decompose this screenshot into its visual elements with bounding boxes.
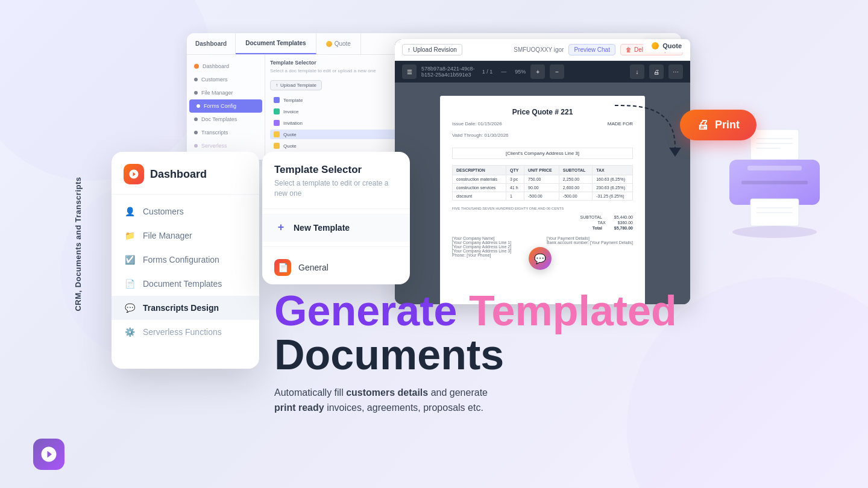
pdf-separator: — <box>501 69 506 75</box>
new-template-label: New Template <box>294 223 350 233</box>
template-label-general: General <box>298 263 329 272</box>
table-row: construction materials 3 pc 750.00 2,250… <box>453 175 633 184</box>
zoom-in-icon[interactable]: + <box>530 64 545 79</box>
upload-label: Upload Revision <box>413 46 457 53</box>
preview-chat-button[interactable]: Preview Chat <box>568 44 615 55</box>
transcripts-icon: 💬 <box>124 302 136 314</box>
nav-label-forms-config: Forms Configuration <box>143 255 219 264</box>
headline-word-generate: Generate <box>274 287 457 334</box>
card-header: Dashboard <box>112 152 259 195</box>
col-description: DESCRIPTION <box>453 166 506 175</box>
subtotal-row: SUBTOTAL$5,440.00 <box>452 215 633 219</box>
doc-client-address: [Client's Company Address Line 3] <box>452 148 633 159</box>
bg-sidebar: Dashboard Customers File Manager Forms C… <box>187 55 265 160</box>
subtitle-part3: invoices, agreements, proposals etc. <box>324 402 483 413</box>
company-phone: Phone: [Your Phone] <box>452 253 511 257</box>
pdf-zoom: 95% <box>515 69 526 75</box>
doc-issue-date: Issue Date: 01/15/2026 <box>452 121 509 127</box>
bg-nav-files: File Manager <box>187 86 265 99</box>
doc-title: Price Quote # 221 <box>452 108 633 116</box>
nav-label-file-manager: File Manager <box>143 231 192 240</box>
general-template-icon: 📄 <box>274 259 291 276</box>
doc-table: DESCRIPTION QTY UNIT PRICE SUBTOTAL TAX … <box>452 165 633 201</box>
bg-tab-dashboard: Dashboard <box>187 33 236 54</box>
pdf-filename: 578b97a8-2421-49c8-b152-25a4c1b591e3 <box>421 66 477 78</box>
template-selector-subtitle: Select a template to edit or create a ne… <box>274 178 398 199</box>
menu-icon[interactable]: ☰ <box>402 64 417 79</box>
headline-section: Generate Templated Documents Automatical… <box>274 289 677 416</box>
bg-nav-dashboard: Dashboard <box>187 60 265 73</box>
upload-revision-button[interactable]: ↑ Upload Revision <box>402 44 462 55</box>
bg-nav-customers: Customers <box>187 73 265 86</box>
card-nav: 👤 Customers 📁 File Manager ☑️ Forms Conf… <box>112 195 259 349</box>
download-icon[interactable]: ↓ <box>630 64 644 79</box>
zoom-out-icon[interactable]: − <box>550 64 564 79</box>
card-logo <box>124 164 144 184</box>
template-divider-2 <box>262 246 410 247</box>
svg-point-11 <box>732 226 817 238</box>
words-total: FIVE THOUSAND SEVEN HUNDRED EIGHTY ONE A… <box>452 207 633 210</box>
template-selector-title: Template Selector <box>274 164 398 176</box>
pdf-toolbar: ☰ 578b97a8-2421-49c8-b152-25a4c1b591e3 1… <box>395 61 690 83</box>
serverless-icon: ⚙️ <box>124 326 136 338</box>
template-selector-card: Template Selector Select a template to e… <box>262 152 410 284</box>
new-template-button[interactable]: + New Template <box>262 214 410 242</box>
bg-tab-templates: Document Templates <box>236 33 316 54</box>
sidebar-item-customers[interactable]: 👤 Customers <box>112 199 259 224</box>
sidebar-item-forms-config[interactable]: ☑️ Forms Configuration <box>112 248 259 272</box>
nav-label-customers: Customers <box>143 207 184 216</box>
chat-bubble[interactable]: 💬 <box>529 247 552 270</box>
doc-templates-icon: 📄 <box>124 278 136 290</box>
nav-label-doc-templates: Document Templates <box>143 279 222 289</box>
tax-row: TAX$360.00 <box>452 221 633 225</box>
sidebar-card: Dashboard 👤 Customers 📁 File Manager ☑️ … <box>112 152 259 369</box>
company-line1: [Your Company Address Line 1] <box>452 240 511 245</box>
table-row: construction services 41 h 90.00 2,600.0… <box>453 184 633 192</box>
subtitle-bold1: customers details <box>346 387 428 398</box>
nav-label-transcripts: Transcripts Design <box>143 303 219 313</box>
print-label: Print <box>715 119 740 131</box>
sidebar-item-doc-templates[interactable]: 📄 Document Templates <box>112 272 259 296</box>
sidebar-item-transcripts[interactable]: 💬 Transcripts Design <box>112 296 259 320</box>
doc-valid-through: Valid Through: 01/30/2026 <box>452 133 509 138</box>
quote-tab[interactable]: Quote <box>643 39 690 52</box>
print-button[interactable]: 🖨 Print <box>680 110 756 140</box>
sidebar-item-file-manager[interactable]: 📁 File Manager <box>112 224 259 248</box>
table-row: discount 1 -500.00 -500.00 -31.25 (6.25%… <box>453 192 633 201</box>
subtitle-part2: and generate <box>428 387 488 398</box>
doc-summary: SUBTOTAL$5,440.00 TAX$360.00 Total$5,780… <box>452 215 633 230</box>
headline-line2: Documents <box>274 333 677 378</box>
bg-nav-forms: Forms Config <box>189 99 262 113</box>
bg-nav-doctemplates: Doc Templates <box>187 113 265 126</box>
plus-icon: + <box>274 221 288 234</box>
quote-tab-label: Quote <box>662 42 682 49</box>
svg-rect-7 <box>741 181 808 184</box>
template-card-header: Template Selector Select a template to e… <box>262 152 410 204</box>
user-info: SMFUOQXXY igor <box>514 46 564 53</box>
card-title: Dashboard <box>150 168 207 181</box>
bg-nav-serverless: Serverless <box>187 139 265 152</box>
col-subtotal: SUBTOTAL <box>559 166 592 175</box>
company-line3: [Your Company Address Line 3] <box>452 249 511 253</box>
template-divider <box>262 208 410 209</box>
more-options-icon[interactable]: ⋯ <box>668 64 683 79</box>
upload-icon: ↑ <box>407 46 410 53</box>
app-logo[interactable] <box>33 439 64 470</box>
file-manager-icon: 📁 <box>124 230 136 242</box>
col-qty: QTY <box>506 166 524 175</box>
trash-icon: 🗑 <box>626 46 632 53</box>
svg-rect-6 <box>747 166 802 170</box>
headline-line1: Generate Templated <box>274 289 677 334</box>
pdf-page-indicator: 1 / 1 <box>482 69 493 75</box>
sidebar-item-serverless[interactable]: ⚙️ Serverless Functions <box>112 320 259 344</box>
subtitle-part1: Automatically fill <box>274 387 346 398</box>
company-name: [Your Company Name] <box>452 236 511 240</box>
col-unit-price: UNIT PRICE <box>524 166 559 175</box>
payment-details: [Your Payment Details] <box>547 236 633 240</box>
company-line2: [Your Company Address Line 2] <box>452 245 511 249</box>
print-icon[interactable]: 🖨 <box>649 64 664 79</box>
subtitle-bold-print: print ready <box>274 402 324 413</box>
bg-tab-quote: Quote <box>316 33 361 54</box>
dashed-arrow <box>609 99 681 172</box>
template-item-general[interactable]: 📄 General <box>262 252 410 283</box>
